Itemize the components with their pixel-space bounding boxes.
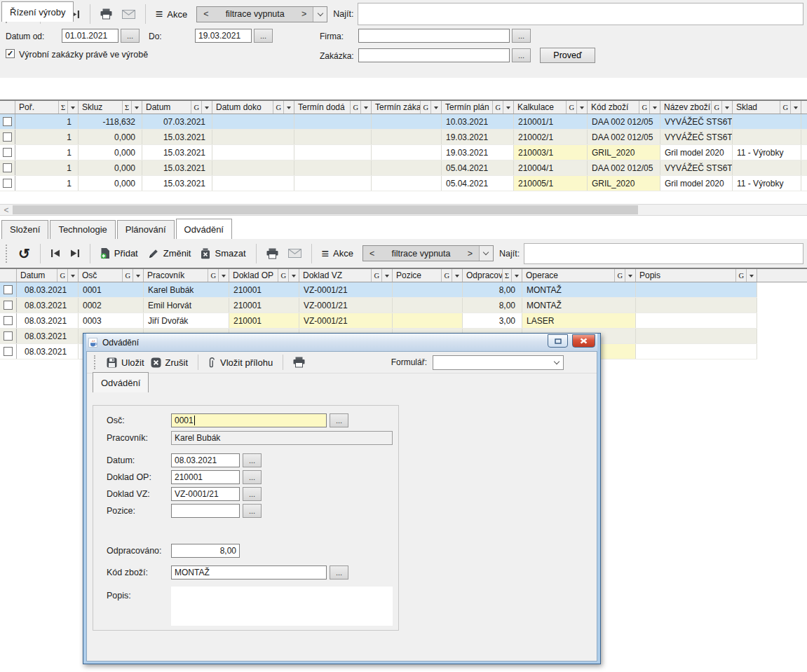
- column-header-kod[interactable]: Kód zbožíG: [588, 101, 660, 114]
- vlozit-prilohu-button[interactable]: Vložit přílohu: [203, 354, 278, 371]
- scroll-left-button[interactable]: <: [0, 205, 13, 215]
- mail-button[interactable]: [117, 7, 140, 22]
- restore-button[interactable]: [548, 334, 568, 348]
- doklad-op-input[interactable]: 210001: [171, 470, 240, 484]
- osc-picker-button[interactable]: ...: [330, 413, 348, 427]
- filter-combo[interactable]: < filtrace vypnuta >: [196, 6, 327, 22]
- filter-prev-button[interactable]: <: [197, 9, 215, 19]
- column-header-sklad[interactable]: SkladG: [733, 101, 801, 114]
- row-select-checkbox[interactable]: [0, 298, 17, 313]
- tab-odvadeni[interactable]: Odvádění: [176, 219, 232, 239]
- filter-prev-button[interactable]: <: [363, 249, 381, 259]
- najit-input[interactable]: [524, 243, 803, 264]
- filter-next-button[interactable]: >: [295, 9, 313, 19]
- column-dropdown[interactable]: [288, 269, 299, 282]
- table-row[interactable]: 1 0,000 15.03.2021 05.04.2021 210004/1 D…: [0, 160, 807, 176]
- formular-combo[interactable]: [433, 355, 564, 370]
- column-dropdown[interactable]: [360, 101, 371, 114]
- column-dropdown[interactable]: [790, 101, 801, 114]
- pozice-picker-button[interactable]: ...: [243, 504, 262, 518]
- filter-dropdown-arrow[interactable]: [479, 246, 493, 261]
- popis-textarea[interactable]: [171, 587, 393, 626]
- zrusit-button[interactable]: Zrušit: [149, 355, 194, 371]
- filter-combo[interactable]: < filtrace vypnuta >: [362, 245, 494, 261]
- datum-picker-button[interactable]: ...: [243, 453, 262, 467]
- tab-planovani[interactable]: Plánování: [117, 220, 175, 239]
- column-header-termin-zak[interactable]: Termín zákaG: [372, 101, 442, 114]
- column-dropdown[interactable]: [201, 101, 212, 114]
- column-header-por[interactable]: Poř.Σ: [15, 101, 79, 114]
- column-header-popis[interactable]: PopisG: [636, 269, 757, 282]
- nav-first-button[interactable]: [46, 246, 65, 261]
- smazat-button[interactable]: Smazat: [196, 245, 250, 262]
- column-header-nazev[interactable]: Název zbožíG: [660, 101, 733, 114]
- ulozit-button[interactable]: Uložit: [102, 355, 149, 371]
- column-header-datum[interactable]: DatumG: [17, 269, 79, 282]
- vyrobni-checkbox[interactable]: [6, 49, 15, 58]
- column-dropdown[interactable]: [133, 269, 143, 282]
- column-header-odpracovan[interactable]: OdpracovánΣ: [463, 269, 522, 282]
- proved-button[interactable]: Proveď: [540, 48, 595, 63]
- column-dropdown[interactable]: [721, 101, 732, 114]
- do-picker-button[interactable]: ...: [254, 29, 273, 43]
- row-select-checkbox[interactable]: [0, 344, 17, 359]
- zakazka-input[interactable]: [358, 48, 510, 62]
- row-select-checkbox[interactable]: [0, 313, 17, 328]
- toolbar-drag-handle[interactable]: [94, 355, 97, 369]
- refresh-button[interactable]: ↺: [13, 245, 35, 263]
- tab-rizeni-vyroby[interactable]: Řízení výroby: [1, 1, 74, 22]
- datum-input[interactable]: 08.03.2021: [171, 453, 240, 467]
- table-row[interactable]: 08.03.2021 0001 Karel Bubák 210001 VZ-00…: [0, 282, 757, 298]
- column-dropdown[interactable]: [283, 101, 294, 114]
- osc-input[interactable]: 0001: [171, 413, 327, 427]
- close-button[interactable]: [572, 334, 595, 348]
- column-dropdown[interactable]: [452, 269, 462, 282]
- row-select-checkbox[interactable]: [0, 329, 17, 343]
- column-dropdown[interactable]: [649, 101, 660, 114]
- column-header-datum-dok[interactable]: Datum dokoG: [212, 101, 294, 114]
- print-button[interactable]: [288, 354, 310, 371]
- doklad-op-picker-button[interactable]: ...: [243, 470, 262, 484]
- datum-od-picker-button[interactable]: ...: [121, 29, 140, 43]
- print-button[interactable]: [95, 6, 117, 22]
- column-header-kalkulace[interactable]: KalkulaceG: [514, 101, 588, 114]
- column-dropdown[interactable]: [576, 101, 587, 114]
- column-header-skluz[interactable]: SkluzΣ: [79, 101, 142, 114]
- column-dropdown[interactable]: [746, 269, 757, 282]
- nav-last-button[interactable]: [65, 246, 85, 261]
- dialog-tab-odvadeni[interactable]: Odvádění: [93, 372, 149, 392]
- najit-input[interactable]: [358, 3, 803, 25]
- column-dropdown[interactable]: [625, 269, 635, 282]
- datum-od-input[interactable]: 01.01.2021: [62, 29, 118, 43]
- column-header-operace[interactable]: OperaceG: [522, 269, 636, 282]
- column-header-osc[interactable]: OsčG: [79, 269, 144, 282]
- column-dropdown[interactable]: [67, 101, 78, 114]
- zmenit-button[interactable]: Změnit: [143, 245, 196, 262]
- print-button[interactable]: [262, 245, 283, 262]
- column-dropdown[interactable]: [503, 101, 513, 114]
- row-select-checkbox[interactable]: [0, 282, 17, 297]
- column-dropdown[interactable]: [430, 101, 441, 114]
- column-header-datum[interactable]: DatumG: [142, 101, 212, 114]
- column-header-doklad-op[interactable]: Doklad OPG: [229, 269, 299, 282]
- toolbar-drag-handle[interactable]: [6, 245, 9, 263]
- horizontal-scrollbar[interactable]: <: [0, 204, 807, 216]
- scrollbar-thumb[interactable]: [13, 205, 638, 214]
- column-dropdown[interactable]: [218, 269, 229, 282]
- pozice-input[interactable]: [171, 504, 240, 518]
- table-row[interactable]: 08.03.2021 0002 Emil Horvát 210001 VZ-00…: [0, 298, 757, 313]
- column-header-pracovnik[interactable]: PracovníkG: [144, 269, 229, 282]
- column-header-termin-dod[interactable]: Termín dodáG: [294, 101, 372, 114]
- doklad-vz-picker-button[interactable]: ...: [243, 487, 262, 501]
- akce-button[interactable]: ≡ Akce: [151, 6, 192, 22]
- table-row[interactable]: 1 0,000 15.03.2021 19.03.2021 210003/1 G…: [0, 145, 807, 160]
- dialog-titlebar[interactable]: Odvádění: [86, 334, 597, 351]
- row-select-checkbox[interactable]: [0, 130, 15, 144]
- column-header-doklad-vz[interactable]: Doklad VZG: [299, 269, 393, 282]
- table-row[interactable]: 1 -118,632 07.03.2021 10.03.2021 210001/…: [0, 114, 807, 130]
- kod-zbozi-picker-button[interactable]: ...: [330, 565, 348, 580]
- firma-picker-button[interactable]: ...: [512, 29, 531, 43]
- tab-slozeni[interactable]: Složení: [1, 220, 48, 239]
- doklad-vz-input[interactable]: VZ-0001/21: [171, 487, 240, 501]
- mail-button[interactable]: [283, 246, 306, 261]
